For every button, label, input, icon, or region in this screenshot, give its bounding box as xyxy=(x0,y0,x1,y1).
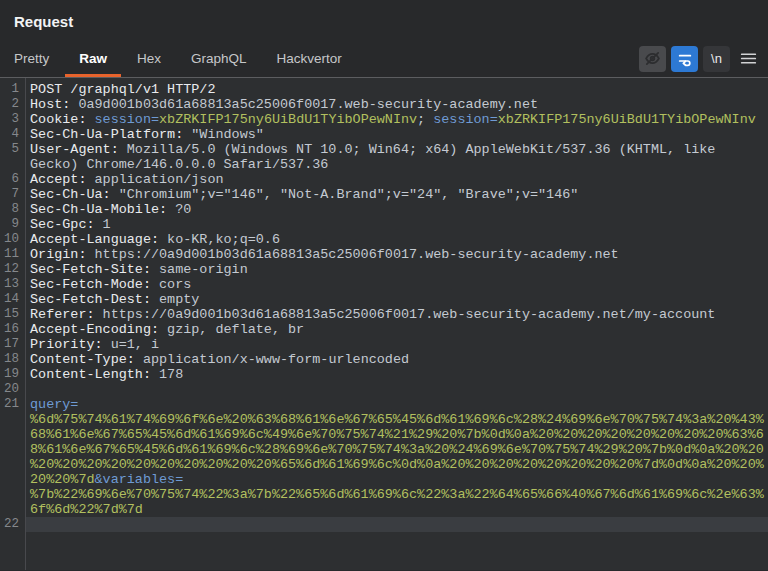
tab-hex[interactable]: Hex xyxy=(137,40,161,77)
line-content[interactable]: Referer: https://0a9d001b03d61a68813a5c2… xyxy=(25,307,768,322)
line-content[interactable]: Accept-Language: ko-KR,ko;q=0.6 xyxy=(25,232,768,247)
code-segment: Content-Length: xyxy=(30,367,151,382)
line-content[interactable]: Sec-Fetch-Mode: cors xyxy=(25,277,768,292)
tab-hackvertor[interactable]: Hackvertor xyxy=(277,40,342,77)
visibility-off-button[interactable] xyxy=(639,46,666,72)
code-segment: "Chromium";v="146", "Not-A.Brand";v="24"… xyxy=(111,187,579,202)
line-content[interactable]: Accept: application/json xyxy=(25,172,768,187)
tab-list: PrettyRawHexGraphQLHackvertor xyxy=(14,40,372,77)
code-segment: ?0 xyxy=(167,202,191,217)
code-segment: ko-KR,ko;q=0.6 xyxy=(159,232,280,247)
line-number: 14 xyxy=(0,292,25,307)
code-segment: query= xyxy=(30,397,78,412)
line-content[interactable]: POST /graphql/v1 HTTP/2 xyxy=(25,82,768,97)
code-segment: "Windows" xyxy=(183,127,264,142)
show-newlines-button[interactable]: \n xyxy=(703,46,730,72)
request-editor[interactable]: 1POST /graphql/v1 HTTP/22Host: 0a9d001b0… xyxy=(0,78,768,570)
line-number: 1 xyxy=(0,82,25,97)
line-content[interactable]: User-Agent: Mozilla/5.0 (Windows NT 10.0… xyxy=(25,142,768,172)
line-content[interactable]: Sec-Fetch-Site: same-origin xyxy=(25,262,768,277)
code-line-4: 4Sec-Ch-Ua-Platform: "Windows" xyxy=(0,127,768,142)
line-content[interactable]: Sec-Ch-Ua-Mobile: ?0 xyxy=(25,202,768,217)
code-line-6: 6Accept: application/json xyxy=(0,172,768,187)
code-segment: empty xyxy=(151,292,199,307)
code-segment: Sec-Ch-Ua-Platform: xyxy=(30,127,183,142)
line-number: 22 xyxy=(0,517,25,532)
code-segment: application/x-www-form-urlencoded xyxy=(135,352,409,367)
code-line-16: 16Accept-Encoding: gzip, deflate, br xyxy=(0,322,768,337)
line-content[interactable]: Content-Type: application/x-www-form-url… xyxy=(25,352,768,367)
code-segment: Accept-Language: xyxy=(30,232,159,247)
panel-title: Request xyxy=(0,0,768,30)
code-segment: application/json xyxy=(86,172,223,187)
code-segment: 178 xyxy=(151,367,183,382)
line-number: 16 xyxy=(0,322,25,337)
line-number: 3 xyxy=(0,112,25,127)
line-content[interactable]: Sec-Ch-Ua: "Chromium";v="146", "Not-A.Br… xyxy=(25,187,768,202)
code-segment: Sec-Gpc: xyxy=(30,217,95,232)
line-number: 19 xyxy=(0,367,25,382)
code-segment: &variables= xyxy=(95,472,184,487)
code-segment: https://0a9d001b03d61a68813a5c25006f0017… xyxy=(95,307,716,322)
code-line-17: 17Priority: u=1, i xyxy=(0,337,768,352)
line-content[interactable]: Origin: https://0a9d001b03d61a68813a5c25… xyxy=(25,247,768,262)
code-segment: Accept: xyxy=(30,172,86,187)
code-line-21: 21query=%6d%75%74%61%74%69%6f%6e%20%63%6… xyxy=(0,397,768,517)
line-content[interactable]: Content-Length: 178 xyxy=(25,367,768,382)
code-line-5: 5User-Agent: Mozilla/5.0 (Windows NT 10.… xyxy=(0,142,768,172)
code-segment: %7b%22%69%6e%70%75%74%22%3a%7b%22%65%6d%… xyxy=(30,487,764,517)
editor-menu-button[interactable] xyxy=(735,46,762,72)
code-segment: Mozilla/5.0 (Windows NT 10.0; Win64; x64… xyxy=(30,142,724,172)
tab-pretty[interactable]: Pretty xyxy=(14,40,49,77)
code-segment: Host: xyxy=(30,97,70,112)
line-content[interactable]: Priority: u=1, i xyxy=(25,337,768,352)
code-segment: Cookie: xyxy=(30,112,86,127)
code-segment: cors xyxy=(151,277,191,292)
code-segment: Accept-Encoding: xyxy=(30,322,159,337)
code-segment: Content-Type: xyxy=(30,352,135,367)
code-line-10: 10Accept-Language: ko-KR,ko;q=0.6 xyxy=(0,232,768,247)
line-number: 6 xyxy=(0,172,25,187)
word-wrap-icon xyxy=(677,51,693,67)
line-content[interactable]: query=%6d%75%74%61%74%69%6f%6e%20%63%68%… xyxy=(25,397,768,517)
code-line-3: 3Cookie: session=xbZRKIFP175ny6UiBdU1TYi… xyxy=(0,112,768,127)
line-content[interactable] xyxy=(25,382,768,397)
line-content[interactable]: Host: 0a9d001b03d61a68813a5c25006f0017.w… xyxy=(25,97,768,112)
line-content[interactable]: Sec-Fetch-Dest: empty xyxy=(25,292,768,307)
code-segment: Sec-Ch-Ua-Mobile: xyxy=(30,202,167,217)
code-line-22: 22 xyxy=(0,517,768,532)
line-number: 11 xyxy=(0,247,25,262)
line-number: 20 xyxy=(0,382,25,397)
line-content[interactable]: Accept-Encoding: gzip, deflate, br xyxy=(25,322,768,337)
request-lines: 1POST /graphql/v1 HTTP/22Host: 0a9d001b0… xyxy=(0,82,768,532)
line-number: 15 xyxy=(0,307,25,322)
tab-bar: PrettyRawHexGraphQLHackvertor \n xyxy=(0,40,768,78)
code-segment xyxy=(86,112,94,127)
code-line-19: 19Content-Length: 178 xyxy=(0,367,768,382)
code-line-15: 15Referer: https://0a9d001b03d61a68813a5… xyxy=(0,307,768,322)
line-content[interactable]: Sec-Gpc: 1 xyxy=(25,217,768,232)
line-content[interactable]: Cookie: session=xbZRKIFP175ny6UiBdU1TYib… xyxy=(25,112,768,127)
tab-graphql[interactable]: GraphQL xyxy=(191,40,247,77)
line-number: 4 xyxy=(0,127,25,142)
code-segment: same-origin xyxy=(151,262,248,277)
code-segment: Referer: xyxy=(30,307,95,322)
line-number: 5 xyxy=(0,142,25,172)
code-segment: xbZRKIFP175ny6UiBdU1TYibOPewNInv xyxy=(498,112,756,127)
code-line-13: 13Sec-Fetch-Mode: cors xyxy=(0,277,768,292)
word-wrap-button[interactable] xyxy=(671,46,698,72)
code-segment: Origin: xyxy=(30,247,86,262)
code-line-18: 18Content-Type: application/x-www-form-u… xyxy=(0,352,768,367)
line-content[interactable] xyxy=(25,517,768,532)
editor-toolbar: \n xyxy=(639,40,768,77)
gutter-separator xyxy=(25,78,26,570)
code-line-8: 8Sec-Ch-Ua-Mobile: ?0 xyxy=(0,202,768,217)
code-segment: ; xyxy=(417,112,433,127)
code-segment: Sec-Fetch-Mode: xyxy=(30,277,151,292)
tab-raw[interactable]: Raw xyxy=(79,40,107,77)
code-line-2: 2Host: 0a9d001b03d61a68813a5c25006f0017.… xyxy=(0,97,768,112)
line-content[interactable]: Sec-Ch-Ua-Platform: "Windows" xyxy=(25,127,768,142)
code-line-14: 14Sec-Fetch-Dest: empty xyxy=(0,292,768,307)
code-line-11: 11Origin: https://0a9d001b03d61a68813a5c… xyxy=(0,247,768,262)
code-segment: session= xyxy=(433,112,498,127)
